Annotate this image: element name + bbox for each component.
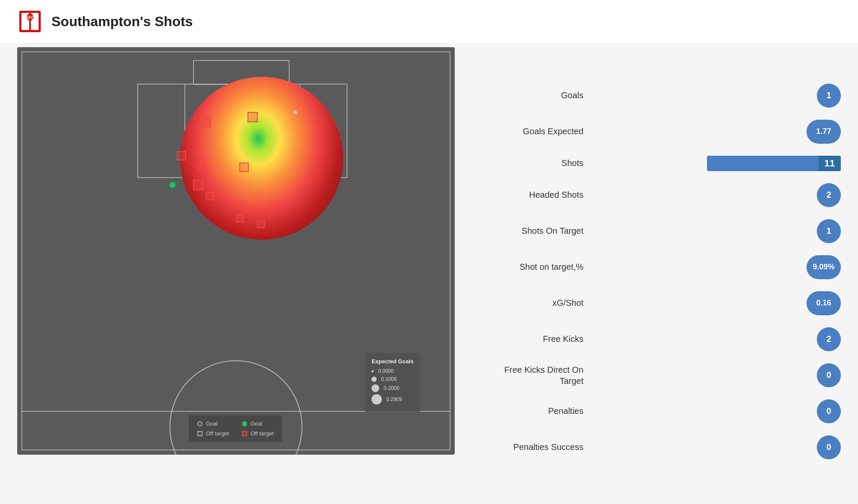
- shot-small-dot: [293, 111, 297, 114]
- shots-on-target-badge: 1: [817, 219, 841, 243]
- goals-expected-label: Goals Expected: [480, 127, 592, 136]
- eg-dot-1: [372, 377, 377, 382]
- headed-shots-badge: 2: [817, 183, 841, 207]
- shot-off-target-9: [257, 220, 265, 228]
- legend-goal-black: Goal: [197, 420, 229, 427]
- stat-row-shot-pct: Shot on target,% 9.09%: [480, 255, 841, 279]
- stat-row-penalties: Penalties 0: [480, 399, 841, 423]
- shot-off-target-7: [206, 192, 214, 200]
- shot-off-target-4: [197, 163, 206, 172]
- shot-off-target-5: [193, 180, 203, 190]
- free-kicks-label: Free Kicks: [480, 334, 592, 344]
- legend-offtarget-black: Off target: [197, 430, 229, 437]
- club-logo: SFC: [17, 9, 43, 34]
- heatmap-gradient: [180, 77, 343, 240]
- penalties-badge: 0: [817, 399, 841, 423]
- stats-panel: Goals 1 Goals Expected 1.77 Shots 11 Hea…: [472, 47, 841, 495]
- legend-square-red-icon: [242, 431, 247, 436]
- free-kicks-badge: 2: [817, 327, 841, 351]
- page-title: Southampton's Shots: [51, 14, 193, 30]
- eg-dot-2: [372, 384, 379, 392]
- legend-col-color: Goal Off target: [242, 420, 274, 437]
- shots-label: Shots: [480, 158, 592, 168]
- eg-dot-3: [372, 394, 382, 404]
- legend-goal-green: Goal: [242, 420, 274, 427]
- shot-pct-badge: 9.09%: [807, 255, 841, 279]
- eg-row-2: 0.2000: [372, 384, 414, 392]
- xg-shot-badge: 0.16: [807, 291, 841, 315]
- xg-shot-label: xG/Shot: [480, 298, 592, 308]
- svg-text:SFC: SFC: [26, 15, 34, 20]
- eg-row-0: 0.0000: [372, 368, 414, 374]
- stat-row-free-kicks: Free Kicks 2: [480, 327, 841, 351]
- expected-goals-legend: Expected Goals 0.0000 0.1000 0.2000 0.29…: [365, 353, 420, 412]
- bottom-legend: Goal Off target Goal Off target: [189, 415, 282, 442]
- stat-row-goals: Goals 1: [480, 84, 841, 108]
- stat-row-headed-shots: Headed Shots 2: [480, 183, 841, 207]
- eg-row-1: 0.1000: [372, 376, 414, 382]
- headed-shots-label: Headed Shots: [480, 190, 592, 200]
- legend-circle-black-icon: [197, 421, 202, 426]
- free-kicks-direct-badge: 0: [817, 363, 841, 387]
- stat-row-penalties-success: Penalties Success 0: [480, 435, 841, 459]
- shot-off-target-2: [248, 112, 258, 122]
- legend-offtarget-red: Off target: [242, 430, 274, 437]
- shots-value: 11: [819, 156, 841, 171]
- shot-off-target-8: [236, 215, 244, 223]
- stat-row-shots-on-target: Shots On Target 1: [480, 219, 841, 243]
- shot-pct-label: Shot on target,%: [480, 262, 592, 272]
- legend-square-black-icon: [197, 431, 202, 436]
- stat-row-goals-expected: Goals Expected 1.77: [480, 120, 841, 144]
- penalties-success-label: Penalties Success: [480, 442, 592, 452]
- goals-expected-badge: 1.77: [807, 120, 841, 144]
- free-kicks-direct-label: Free Kicks Direct On Target: [480, 364, 592, 386]
- shots-on-target-label: Shots On Target: [480, 226, 592, 236]
- eg-legend-title: Expected Goals: [372, 358, 414, 365]
- shot-off-target-3: [177, 151, 186, 160]
- eg-dot-0: [372, 370, 374, 372]
- pitch-container: Expected Goals 0.0000 0.1000 0.2000 0.29…: [17, 47, 455, 455]
- goals-badge: 1: [817, 84, 841, 108]
- stat-row-shots: Shots 11: [480, 156, 841, 171]
- header: SFC Southampton's Shots: [0, 0, 858, 43]
- legend-col-black: Goal Off target: [197, 420, 229, 437]
- shot-goal-circle: [169, 181, 176, 188]
- eg-row-3: 0.2909: [372, 394, 414, 404]
- penalties-success-badge: 0: [817, 435, 841, 459]
- stat-row-xg-shot: xG/Shot 0.16: [480, 291, 841, 315]
- stat-row-free-kicks-direct: Free Kicks Direct On Target 0: [480, 363, 841, 387]
- main-content: Expected Goals 0.0000 0.1000 0.2000 0.29…: [0, 43, 858, 504]
- penalties-label: Penalties: [480, 406, 592, 416]
- legend-circle-green-icon: [242, 421, 247, 426]
- goals-label: Goals: [480, 91, 592, 100]
- shots-bar-wrapper: 11: [707, 156, 841, 171]
- shots-bar: [707, 156, 819, 171]
- heatmap: [180, 69, 343, 232]
- shot-off-target-6: [239, 163, 249, 172]
- shot-off-target-1: [201, 118, 211, 127]
